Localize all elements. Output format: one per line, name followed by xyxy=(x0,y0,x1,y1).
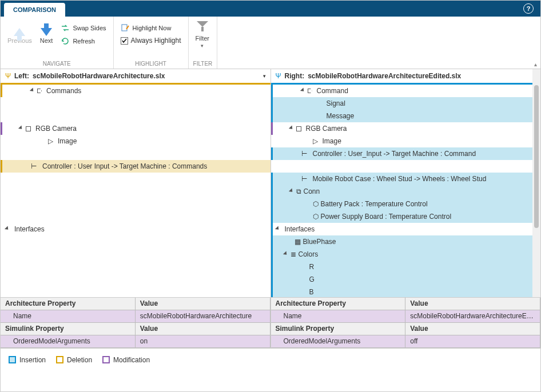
tree-row xyxy=(1,173,270,185)
tree-row xyxy=(1,97,270,110)
right-panel: Ψ Right: scMobileRobotHardwareArchitectu… xyxy=(271,69,541,297)
highlight-now-icon xyxy=(121,23,130,33)
arch-header-val: Value xyxy=(136,298,270,310)
always-highlight-checkbox[interactable]: Always Highlight xyxy=(118,35,184,46)
tree-row-battery[interactable]: ⬡ Battery Pack : Temperature Control xyxy=(271,198,541,210)
sim-header-prop: Simulink Property xyxy=(271,323,406,335)
comparison-panels: Ψ Left: scMobileRobotHardwareArchitectur… xyxy=(1,69,540,298)
ribbon-group-highlight: Highlight Now Always Highlight HIGHLIGHT xyxy=(114,17,189,69)
tree-row xyxy=(1,185,270,198)
filter-icon xyxy=(197,21,208,33)
legend-deletion: Deletion xyxy=(56,355,92,364)
tree-row xyxy=(1,147,270,160)
group-label-highlight: HIGHLIGHT xyxy=(118,59,184,69)
tree-row-controller[interactable]: Controller : User Input -> Target Machin… xyxy=(1,160,270,173)
tree-row-rgb[interactable]: RGB Camera xyxy=(271,122,541,135)
legend-modification: Modification xyxy=(102,355,150,364)
tree-row-signal[interactable]: Signal xyxy=(271,97,541,110)
left-panel-header[interactable]: Ψ Left: scMobileRobotHardwareArchitectur… xyxy=(1,69,270,83)
port-out-icon xyxy=(308,89,312,93)
hex-icon: ⬡ xyxy=(313,200,319,208)
sim-oma-value[interactable]: off xyxy=(405,335,540,347)
refresh-button[interactable]: Refresh xyxy=(58,35,108,47)
tree-row-b[interactable]: B xyxy=(271,286,541,297)
scrollbar-thumb[interactable] xyxy=(534,85,539,228)
tree-row-rgb[interactable]: RGB Camera xyxy=(1,122,270,135)
tree-row-conn[interactable]: ⧉ Conn xyxy=(271,185,541,198)
arch-name-value[interactable]: scMobileRobotHardwareArchitectureEdit... xyxy=(405,310,540,322)
sim-oma-label[interactable]: OrderedModelArguments xyxy=(1,335,136,347)
sim-oma-label[interactable]: OrderedModelArguments xyxy=(271,335,406,347)
previous-button[interactable]: Previous xyxy=(5,19,34,46)
right-panel-header[interactable]: Ψ Right: scMobileRobotHardwareArchitectu… xyxy=(271,69,541,83)
tree-row-g[interactable]: G xyxy=(271,273,541,286)
tree-row-message[interactable]: Message xyxy=(271,110,541,122)
link-icon xyxy=(301,175,308,183)
ribbon: Previous Next Swap Sides Refresh NAVIGAT… xyxy=(1,17,540,69)
next-button[interactable]: Next xyxy=(38,19,55,46)
block-icon xyxy=(296,126,301,131)
tree-row-interfaces[interactable]: Interfaces xyxy=(1,223,270,235)
collapse-ribbon-icon[interactable]: ▴ xyxy=(534,61,537,67)
ribbon-group-filter: Filter ▾ FILTER xyxy=(189,17,218,69)
arrow-down-icon xyxy=(41,28,52,36)
tree-row-command[interactable]: Command xyxy=(271,85,541,97)
tree-row-mobile[interactable]: Mobile Robot Case : Wheel Stud -> Wheels… xyxy=(271,173,541,185)
arrow-up-icon xyxy=(14,28,25,36)
legend: Insertion Deletion Modification xyxy=(1,349,540,370)
svg-rect-0 xyxy=(122,25,127,31)
right-arch-table: Architecture PropertyValue NamescMobileR… xyxy=(271,298,541,348)
arch-header-prop: Architecture Property xyxy=(271,298,406,310)
left-panel: Ψ Left: scMobileRobotHardwareArchitectur… xyxy=(1,69,271,297)
fork-icon: Ψ xyxy=(5,72,11,80)
swap-icon xyxy=(61,23,70,33)
swatch-modification xyxy=(102,356,110,363)
tree-row xyxy=(271,160,541,173)
help-icon[interactable]: ? xyxy=(523,3,534,14)
fork-icon: Ψ xyxy=(276,72,281,80)
right-tree[interactable]: Command Signal Message RGB Camera ▷Image… xyxy=(271,85,541,297)
port-out-icon xyxy=(42,139,46,143)
interface-icon: ▦ xyxy=(295,238,301,246)
tree-row-colors[interactable]: ≣ Colors xyxy=(271,248,541,261)
arch-header-val: Value xyxy=(405,298,540,310)
link-icon xyxy=(301,150,308,158)
swap-sides-button[interactable]: Swap Sides xyxy=(58,22,108,34)
tree-row-r[interactable]: R xyxy=(271,261,541,273)
tree-row xyxy=(1,110,270,122)
sim-oma-value[interactable]: on xyxy=(136,335,270,347)
port-out-icon xyxy=(37,89,42,93)
conn-icon: ⧉ xyxy=(296,187,301,195)
right-filename: scMobileRobotHardwareArchitectureEdited.… xyxy=(308,72,530,80)
tree-row-controller[interactable]: Controller : User_Input -> Target Machin… xyxy=(271,147,541,160)
checkbox-icon xyxy=(121,37,128,45)
hex-icon: ⬡ xyxy=(313,213,319,221)
left-arch-table: Architecture PropertyValue NamescMobileR… xyxy=(1,298,271,348)
left-tree[interactable]: Commands RGB Camera ▷Image Controller : … xyxy=(1,85,270,297)
arch-name-value[interactable]: scMobileRobotHardwareArchitecture xyxy=(136,310,270,322)
tree-row-image[interactable]: ▷Image xyxy=(1,135,270,147)
arch-name-label[interactable]: Name xyxy=(1,310,136,322)
highlight-now-button[interactable]: Highlight Now xyxy=(118,22,184,34)
ribbon-group-navigate: Previous Next Swap Sides Refresh NAVIGAT… xyxy=(1,17,114,69)
arch-name-label[interactable]: Name xyxy=(271,310,406,322)
sim-header-prop: Simulink Property xyxy=(1,323,136,335)
dropdown-icon[interactable]: ▾ xyxy=(263,73,266,79)
scrollbar[interactable] xyxy=(532,69,540,297)
block-icon xyxy=(26,126,31,131)
tree-row-bluephase[interactable]: ▦ BluePhase xyxy=(271,235,541,248)
tree-row-power[interactable]: ⬡ Power Supply Board : Temperature Contr… xyxy=(271,210,541,223)
tree-row-commands[interactable]: Commands xyxy=(1,85,270,97)
tree-row-image[interactable]: ▷Image xyxy=(271,135,541,147)
tree-row-interfaces[interactable]: Interfaces xyxy=(271,223,541,235)
titlebar: COMPARISON ? xyxy=(1,1,540,17)
filter-button[interactable]: Filter ▾ xyxy=(193,19,212,51)
sim-header-val: Value xyxy=(405,323,540,335)
sim-header-val: Value xyxy=(136,323,270,335)
refresh-icon xyxy=(61,37,70,46)
arch-header-prop: Architecture Property xyxy=(1,298,136,310)
right-prefix: Right: xyxy=(285,72,305,80)
tab-comparison[interactable]: COMPARISON xyxy=(4,3,65,17)
dropdown-icon: ▾ xyxy=(201,43,204,49)
tree-row xyxy=(1,210,270,223)
